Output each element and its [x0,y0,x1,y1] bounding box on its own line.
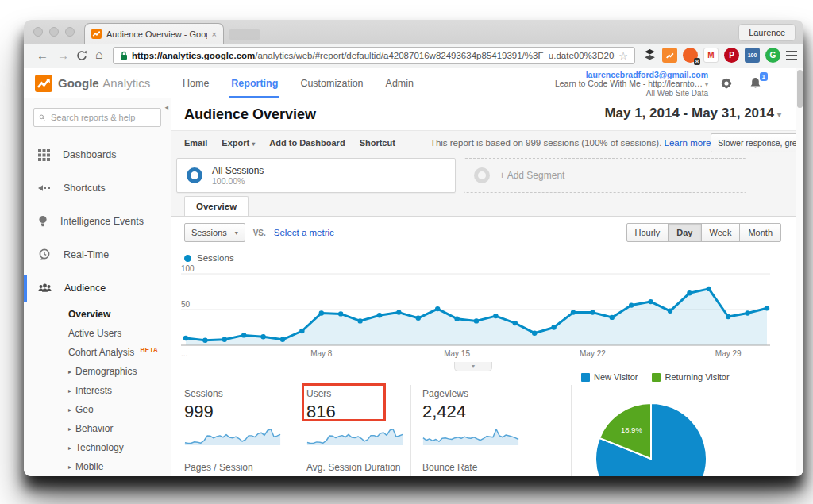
browser-tab[interactable]: Audience Overview - Goog × [84,23,224,44]
sidebar: ◂ Dashboards Shortcuts Intelligence Even… [24,98,171,476]
account-property: Learn to Code With Me - http://learnto… [555,79,703,88]
back-button[interactable]: ← [37,48,48,63]
sidebar-subitem-overview[interactable]: Overview [24,305,171,324]
email-button[interactable]: Email [184,138,207,148]
export-button[interactable]: Export ▾ [222,138,255,148]
chrome-profile-button[interactable]: Laurence [738,24,796,41]
sidebar-item-label: Audience [64,283,106,294]
forward-button[interactable]: → [57,48,69,63]
beta-badge: BETA [140,346,158,354]
gmail-extension-icon[interactable]: M [703,48,719,63]
segment-all-sessions[interactable]: All Sessions 100.00% [176,158,456,193]
minimize-window-button[interactable] [49,27,59,37]
account-dropdown-icon[interactable]: ▾ [705,81,708,88]
sidebar-subitem-mobile[interactable]: ▸Mobile [24,457,171,476]
nav-home[interactable]: Home [183,68,209,98]
sidebar-item-intelligence-events[interactable]: Intelligence Events [24,205,171,238]
annotation-highlight-box [302,383,386,421]
tab-close-icon[interactable]: × [212,29,217,39]
buffer-extension-icon[interactable] [643,48,657,62]
sidebar-collapse-icon[interactable]: ◂ [164,103,168,111]
nav-customization[interactable]: Customization [300,68,363,98]
visitor-type-pie[interactable]: 18.9% [591,399,711,476]
metric-dropdown-icon: ▾ [235,229,238,237]
settings-gear-icon[interactable] [719,76,734,90]
sidebar-subitem-demographics[interactable]: ▸Demographics [24,362,171,381]
ga-primary-nav: Home Reporting Customization Admin [183,68,414,98]
chart-controls: Sessions▾ VS. Select a metric [184,223,334,242]
analytics-extension-icon[interactable] [662,48,677,63]
sidebar-search[interactable] [33,108,161,127]
zoom-window-button[interactable] [65,27,75,37]
ga-header: Google Analytics Home Reporting Customiz… [24,68,803,99]
close-window-button[interactable] [33,27,43,37]
granularity-hourly[interactable]: Hourly [626,223,669,242]
page-scrollbar[interactable] [796,68,803,476]
metric-sessions[interactable]: Sessions 999 [184,385,295,448]
add-segment-button[interactable]: + Add Segment [464,158,746,193]
moz-extension-icon[interactable]: 100 [745,48,760,63]
metric-bounce-rate[interactable]: Bounce Rate 63.46% [411,448,572,476]
account-view: All Web Site Data [555,89,708,98]
granularity-week[interactable]: Week [701,223,741,242]
metric-users[interactable]: Users 816 [295,385,411,448]
report-main: Audience Overview May 1, 2014 - May 31, … [171,98,803,476]
precision-selector[interactable]: Slower response, greater precision▾ [711,133,803,152]
timer-extension-icon[interactable]: 8 [683,48,698,63]
url-text[interactable]: https://analytics.google.com/analytics/w… [132,51,615,60]
nav-admin[interactable]: Admin [386,68,414,98]
granularity-day[interactable]: Day [668,223,701,242]
tab-overview[interactable]: Overview [184,196,249,217]
notification-badge: 1 [760,72,768,81]
sidebar-subitem-geo[interactable]: ▸Geo [24,400,171,419]
sessions-line-chart[interactable]: 10050May 8May 15May 22May 29... [178,263,775,361]
bookmark-star-icon[interactable]: ☆ [618,50,628,62]
metric-summary: Sessions 999 Users 816 Pageviews [184,385,581,476]
metric-pages-per-session[interactable]: Pages / Session 2.43 [184,448,295,476]
chart-pulltab[interactable]: ▾ [454,362,492,371]
sidebar-subitem-cohort-analysis[interactable]: Cohort AnalysisBETA [24,343,171,362]
learn-more-link[interactable]: Learn more [665,138,711,148]
series-legend: Sessions [184,253,234,263]
sidebar-item-label: Shortcuts [64,183,106,194]
select-metric-link[interactable]: Select a metric [274,228,334,237]
reload-button[interactable] [76,50,87,61]
chrome-menu-icon[interactable] [786,50,797,60]
account-switcher[interactable]: laurencebradford3@gmail.com Learn to Cod… [555,71,708,98]
sidebar-item-shortcuts[interactable]: Shortcuts [24,171,171,205]
granularity-month[interactable]: Month [739,223,781,242]
add-segment-label: + Add Segment [499,170,564,181]
audience-icon [38,283,52,294]
notifications-bell[interactable]: 1 [749,76,762,90]
metric-selector[interactable]: Sessions▾ [184,223,245,242]
sidebar-subitem-active-users[interactable]: Active Users [24,324,171,343]
expand-arrow-icon: ▸ [68,387,71,394]
svg-text:...: ... [181,349,187,358]
sidebar-item-audience[interactable]: Audience [24,271,171,305]
home-button[interactable]: ⌂ [95,47,103,63]
sidebar-subitem-technology[interactable]: ▸Technology [24,438,171,457]
add-to-dashboard-button[interactable]: Add to Dashboard [269,138,345,148]
background-tab-stub[interactable] [229,29,260,40]
sidebar-item-dashboards[interactable]: Dashboards [24,138,171,171]
report-actions-row: Email Export ▾ Add to Dashboard Shortcut… [171,130,796,154]
segment-name: All Sessions [212,165,264,176]
metric-pageviews[interactable]: Pageviews 2,424 [411,385,572,448]
overview-panel: Sessions▾ VS. Select a metric Hourly Day… [171,216,796,476]
shortcut-button[interactable]: Shortcut [360,138,395,148]
date-range-picker[interactable]: May 1, 2014 - May 31, 2014▾ [604,106,781,121]
omnibox[interactable]: https://analytics.google.com/analytics/w… [113,47,635,64]
grammarly-extension-icon[interactable]: G [765,48,780,63]
ga-logo[interactable]: Google Analytics [35,75,150,92]
metric-avg-session-duration[interactable]: Avg. Session Duration 00:03:20 [295,448,411,476]
sidebar-subitem-interests[interactable]: ▸Interests [24,381,171,400]
sidebar-subitem-behavior[interactable]: ▸Behavior [24,419,171,438]
metric-row-2: Pages / Session 2.43 Avg. Session Durati… [184,448,581,476]
add-segment-donut-icon [474,167,490,183]
search-input[interactable] [49,112,156,123]
pinterest-extension-icon[interactable]: P [724,48,739,63]
sidebar-item-real-time[interactable]: Real-Time [24,238,171,271]
secure-lock-icon [120,51,128,60]
scrollbar-thumb[interactable] [797,70,803,108]
nav-reporting[interactable]: Reporting [231,68,278,98]
